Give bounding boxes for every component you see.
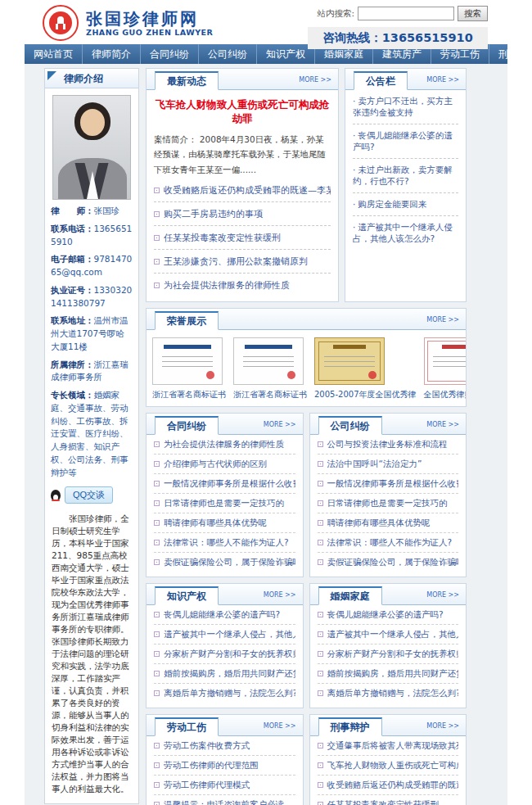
topic-list-item[interactable]: 分家析产财产分割和子女的抚养权归属 (318, 644, 459, 664)
brand-names: 张国珍律师网 ZHANG GUO ZHEN LAWYER (86, 10, 213, 37)
topic-list-item[interactable]: 法律常识：哪些人不能作为证人? (318, 533, 459, 553)
company-dispute-box: 公司纠纷MORE >> 公司与投资法律业务标准和流程 法治中国呼叫“法治定力” … (309, 413, 467, 577)
topic-list-item[interactable]: 离婚后单方撤销赠与，法院怎么判? (318, 684, 459, 703)
lawyer-photo (52, 95, 131, 200)
section-title-tab: 刑事辩护 (318, 717, 382, 736)
nav-item[interactable]: 网站首页 (25, 44, 82, 64)
search-input[interactable] (358, 7, 454, 20)
notice-list-item[interactable]: 丧偶儿媳能继承公婆的遗产吗? (353, 124, 458, 159)
profile-header: 律师介绍 (45, 69, 138, 88)
news-list-item[interactable]: 购买二手房易违约的事项 (154, 202, 331, 226)
square-bullet-icon (154, 651, 160, 657)
topic-list-item[interactable]: 一般情况律师事务所是根据什么收费的 (154, 474, 295, 494)
topic-list-item[interactable]: 交通肇事后将被害人带离现场致其死亡构成故意杀人罪 (318, 736, 459, 756)
nav-item[interactable]: 刑事辩护 (489, 44, 532, 64)
notice-list-item[interactable]: 遗产被其中一个继承人侵占，其他人该怎么办? (353, 216, 458, 250)
notice-list-item[interactable]: 购房定金能要回来 (353, 193, 458, 216)
topic-list-item[interactable]: 法律常识：哪些人不能作为证人? (154, 533, 295, 553)
topic-list-item[interactable]: 聘请律师有哪些具体优势呢 (154, 513, 295, 533)
topic-item-label: 飞车抢人财物致人重伤或死亡可构成抢劫罪 (327, 760, 459, 771)
notice-list-item[interactable]: 未过户出新政，卖方要解约，行也不行? (353, 159, 458, 193)
topic-item-label: 公司与投资法律业务标准和流程 (327, 439, 448, 450)
topic-list-item[interactable]: 聘请律师有哪些具体优势呢 (318, 513, 459, 533)
topic-list-item[interactable]: 日常请律师也是需要一定技巧的 (154, 494, 295, 513)
topic-list-item[interactable]: 劳动工伤律师的代理范围 (154, 756, 295, 776)
profile-field-value: 张国珍 (94, 206, 120, 215)
search-label: 站内搜索: (317, 8, 354, 20)
notice-more-link[interactable]: MORE >> (426, 76, 459, 84)
topic-list-item[interactable]: 婚前按揭购房，婚后用共同财产还贷，房屋归属 (318, 664, 459, 684)
topic-list-item[interactable]: 分家析产财产分割和子女的抚养权归属 (154, 644, 295, 664)
section-more-link[interactable]: MORE >> (426, 421, 459, 428)
photo-face (80, 109, 105, 136)
topic-list-item[interactable]: 公司与投资法律业务标准和流程 (318, 435, 459, 455)
square-bullet-icon (154, 461, 160, 467)
topic-list-item[interactable]: 离婚后单方撤销赠与，法院怎么判? (154, 684, 295, 703)
topic-list-item[interactable]: 遗产被其中一个继承人侵占，其他人该怎么办? (318, 625, 459, 644)
topic-list-item[interactable]: 任某某投毒案改变定性获缓刑 (318, 795, 459, 805)
qq-row: QQ交谈 (51, 486, 133, 504)
topic-list-item[interactable]: 遗产被其中一个继承人侵占，其他人该怎么办? (154, 625, 295, 644)
topic-list-item[interactable]: 温馨提示：电话咨询前客户必读...... (154, 795, 295, 805)
topic-item-label: 介绍律师与古代状师的区别 (164, 459, 267, 470)
news-list-item[interactable]: 收受贿赂后返还仍构成受贿罪的既遂—李某受贿案 (154, 179, 331, 202)
contract-dispute-box: 合同纠纷MORE >> 为社会提供法律服务的律师性质 介绍律师与古代状师的区别 … (146, 413, 304, 577)
news-item-label: 收受贿赂后返还仍构成受贿罪的既遂—李某受贿案 (164, 184, 331, 197)
topic-list: 劳动工伤案件收费方式 劳动工伤律师的代理范围 劳动工伤律师代理模式 温馨提示：电… (154, 736, 295, 805)
nav-item[interactable]: 合同纠纷 (140, 44, 198, 64)
square-bullet-icon (154, 211, 160, 217)
topic-list-item[interactable]: 一般情况律师事务所是根据什么收费的 (318, 474, 459, 494)
topic-list-item[interactable]: 日常请律师也是需要一定技巧的 (318, 494, 459, 513)
qq-chat-button[interactable]: QQ交谈 (65, 486, 113, 504)
section-more-link[interactable]: MORE >> (264, 591, 296, 599)
nav-item[interactable]: 知识产权 (256, 44, 314, 64)
nav-item[interactable]: 公司纠纷 (198, 44, 256, 64)
topic-item-label: 法治中国呼叫“法治定力” (327, 459, 422, 470)
topic-list-item[interactable]: 婚前按揭购房，婚后用共同财产还贷，房屋归属 (154, 664, 295, 684)
honor-certificate[interactable]: 浙江省著名商标证书 (233, 337, 307, 400)
notice-list-item[interactable]: 卖方户口不迁出，买方主张违约金被支持 (353, 90, 458, 124)
honor-certificate[interactable]: 2005-2007年度全国优秀律 (314, 337, 417, 400)
square-bullet-icon (318, 631, 323, 637)
nav-item[interactable]: 律师简介 (82, 44, 140, 64)
news-list-item[interactable]: 为社会提供法律服务的律师性质 (154, 274, 331, 296)
topic-list-item[interactable]: 卖假证骗保险公司，属于保险诈骗吗? (154, 553, 295, 572)
site-title: 张国珍律师网 (86, 10, 213, 28)
honor-caption: 2005-2007年度全国优秀律 (314, 389, 417, 400)
section-more-link[interactable]: MORE >> (426, 591, 459, 599)
topic-list-item[interactable]: 丧偶儿媳能继承公婆的遗产吗? (154, 605, 295, 625)
section-more-link[interactable]: MORE >> (426, 722, 459, 730)
row-labor-criminal: 劳动工伤MORE >> 劳动工伤案件收费方式 劳动工伤律师的代理范围 劳动工伤律… (146, 714, 467, 805)
topic-list-item[interactable]: 劳动工伤律师代理模式 (154, 776, 295, 795)
topic-list-item[interactable]: 飞车抢人财物致人重伤或死亡可构成抢劫罪 (318, 756, 459, 776)
row-contract-company: 合同纠纷MORE >> 为社会提供法律服务的律师性质 介绍律师与古代状师的区别 … (146, 413, 467, 583)
topic-list-item[interactable]: 收受贿赂后返还仍构成受贿罪的既遂—李某受贿案 (318, 776, 459, 795)
topic-list: 丧偶儿媳能继承公婆的遗产吗? 遗产被其中一个继承人侵占，其他人该怎么办? 分家析… (318, 605, 459, 703)
topic-item-label: 丧偶儿媳能继承公婆的遗产吗? (327, 609, 444, 621)
topic-list-item[interactable]: 劳动工伤案件收费方式 (154, 736, 295, 756)
search-button[interactable]: 搜索 (458, 6, 488, 21)
honors-more-link[interactable]: MORE >> (426, 316, 459, 323)
section-more-link[interactable]: MORE >> (264, 722, 296, 730)
news-more-link[interactable]: MORE >> (299, 76, 331, 84)
page: 张国珍律师网 ZHANG GUO ZHEN LAWYER 站内搜索: 搜索 咨询… (25, 0, 507, 805)
honor-certificate[interactable]: 全国优秀律师事务所荣誉称 (424, 337, 466, 400)
news-list-item[interactable]: 任某某投毒案改变定性获缓刑 (154, 226, 331, 250)
square-bullet-icon (318, 481, 323, 486)
square-bullet-icon (154, 441, 160, 447)
topic-list-item[interactable]: 丧偶儿媳能继承公婆的遗产吗? (318, 605, 459, 625)
square-bullet-icon (154, 559, 160, 565)
topic-list-item[interactable]: 卖假证骗保险公司，属于保险诈骗吗? (318, 553, 459, 572)
topic-list-item[interactable]: 法治中国呼叫“法治定力” (318, 455, 459, 474)
section-more-link[interactable]: MORE >> (264, 421, 296, 428)
news-headline[interactable]: 飞车抢人财物致人重伤或死亡可构成抢劫罪 (151, 98, 333, 126)
certificate-lines (162, 356, 213, 370)
ip-box: 知识产权MORE >> 丧偶儿媳能继承公婆的遗产吗? 遗产被其中一个继承人侵占，… (146, 583, 304, 708)
news-list-item[interactable]: 王某涉嫌贪污、挪用公款案撤销原判 (154, 250, 331, 274)
honor-certificate[interactable]: 浙江省著名商标证书 (152, 337, 226, 400)
certificate-thumbnail (152, 337, 223, 385)
profile-field: 所属律所：浙江嘉瑞成律师事务所 (51, 359, 133, 385)
topic-list-item[interactable]: 介绍律师与古代状师的区别 (154, 455, 295, 474)
topic-list-item[interactable]: 为社会提供法律服务的律师性质 (154, 435, 295, 455)
square-bullet-icon (318, 500, 323, 506)
